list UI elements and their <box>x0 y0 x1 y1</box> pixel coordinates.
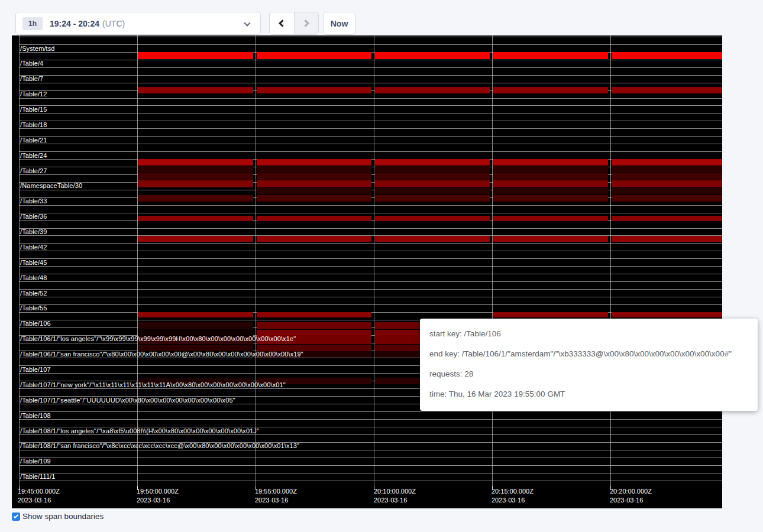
time-range-select[interactable]: 1h 19:24 - 20:24 (UTC) <box>15 12 261 35</box>
span-boundary-line <box>19 213 722 213</box>
hot-span-cell[interactable] <box>493 166 608 173</box>
hot-span-cell[interactable] <box>257 312 371 318</box>
span-boundary-line <box>19 251 722 251</box>
span-boundary-line <box>19 419 722 420</box>
hot-span-cell[interactable] <box>612 52 723 59</box>
hot-span-cell[interactable] <box>612 188 723 195</box>
span-boundary-line <box>19 128 722 129</box>
span-boundary-line <box>19 304 722 305</box>
hot-span-cell[interactable] <box>375 236 490 242</box>
hot-span-cell[interactable] <box>257 87 371 93</box>
hot-span-cell[interactable] <box>612 180 723 187</box>
tooltip-requests: requests: 28 <box>429 364 748 384</box>
hot-span-cell[interactable] <box>138 52 253 59</box>
hot-span-cell[interactable] <box>138 345 253 351</box>
span-key-label: /Table/4 <box>20 60 43 67</box>
hot-span-cell[interactable] <box>493 52 608 59</box>
hot-span-cell[interactable] <box>493 180 608 187</box>
hot-span-cell[interactable] <box>493 195 608 202</box>
hot-span-cell[interactable] <box>138 159 253 166</box>
hot-span-cell[interactable] <box>375 195 490 202</box>
now-button[interactable]: Now <box>323 12 355 35</box>
axis-time-label: 19:45:00.000Z2023-03-16 <box>18 487 60 505</box>
span-key-label: /System/tsd <box>20 45 55 52</box>
show-span-boundaries-checkbox[interactable] <box>12 512 20 521</box>
hot-span-cell[interactable] <box>493 312 608 318</box>
time-bucket-boundary-line <box>374 35 374 486</box>
hot-span-cell[interactable] <box>138 166 253 173</box>
hot-span-cell[interactable] <box>138 312 253 318</box>
hot-span-cell[interactable] <box>375 180 490 187</box>
chevron-down-icon <box>244 20 250 26</box>
key-visualizer-heatmap[interactable]: /System/tsd/Table/4/Table/7/Table/12/Tab… <box>12 35 722 508</box>
hot-span-cell[interactable] <box>257 173 371 180</box>
span-key-label: /Table/106/1/"los angeles"/"\x99\x99\x99… <box>20 335 296 342</box>
span-key-label: /Table/36 <box>20 213 47 220</box>
hot-span-cell[interactable] <box>493 87 608 93</box>
hot-span-cell[interactable] <box>138 180 253 187</box>
span-boundary-line <box>19 434 722 435</box>
chevron-right-icon <box>302 20 309 27</box>
axis-time-label: 19:50:00.000Z2023-03-16 <box>137 487 179 505</box>
hot-span-cell[interactable] <box>375 216 490 222</box>
hot-span-cell[interactable] <box>612 159 723 166</box>
hot-span-cell[interactable] <box>138 195 253 202</box>
axis-time-label: 20:10:00.000Z2023-03-16 <box>374 487 416 505</box>
hot-span-cell[interactable] <box>375 166 490 173</box>
key-visualizer-page: 1h 19:24 - 20:24 (UTC) Now /System/tsd/T… <box>0 0 763 532</box>
hot-span-cell[interactable] <box>493 216 608 222</box>
hot-span-cell[interactable] <box>138 236 253 242</box>
hot-span-cell[interactable] <box>257 195 371 202</box>
hot-span-cell[interactable] <box>257 52 371 59</box>
hot-span-cell[interactable] <box>138 87 253 93</box>
hot-span-cell[interactable] <box>612 312 723 318</box>
span-boundary-line <box>19 481 722 481</box>
duration-badge: 1h <box>22 17 43 30</box>
hot-span-cell[interactable] <box>375 173 490 180</box>
hot-span-cell[interactable] <box>257 216 371 222</box>
span-boundary-line <box>19 228 722 229</box>
span-key-label: /Table/108/1/"san francisco"/"\x8c\xcc\x… <box>20 442 299 449</box>
hot-span-cell[interactable] <box>257 345 371 351</box>
hot-span-cell[interactable] <box>612 195 723 202</box>
tooltip-time: time: Thu, 16 Mar 2023 19:55:00 GMT <box>429 384 748 404</box>
span-boundary-line <box>19 289 722 290</box>
hot-span-cell[interactable] <box>138 322 253 329</box>
hot-span-cell[interactable] <box>612 166 723 173</box>
span-boundary-line <box>19 60 722 60</box>
time-nav-group <box>269 12 319 35</box>
hot-span-cell[interactable] <box>138 173 253 180</box>
axis-time-label: 19:55:00.000Z2023-03-16 <box>255 487 297 505</box>
hot-span-cell[interactable] <box>612 216 723 222</box>
span-key-label: /Table/108 <box>20 412 51 419</box>
hot-span-cell[interactable] <box>257 188 371 195</box>
hot-span-cell[interactable] <box>138 216 253 222</box>
hot-span-cell[interactable] <box>493 173 608 180</box>
hot-span-cell[interactable] <box>375 52 490 59</box>
hot-span-cell[interactable] <box>257 180 371 187</box>
prev-interval-button[interactable] <box>270 12 294 34</box>
span-key-label: /Table/107/1/"seattle"/"UUUUUUD\x00\x80\… <box>20 397 235 404</box>
tooltip-start-key: start key: /Table/106 <box>429 324 748 344</box>
hot-span-cell[interactable] <box>493 159 608 166</box>
hot-span-cell[interactable] <box>257 322 371 329</box>
time-range-value: 19:24 - 20:24 <box>50 19 99 28</box>
span-key-label: /Table/27 <box>20 167 47 174</box>
hot-span-cell[interactable] <box>493 236 608 242</box>
tooltip-end-key: end key: /Table/106/1/"amsterdam"/"\xb33… <box>429 344 748 364</box>
span-key-label: /Table/12 <box>20 90 47 98</box>
span-boundary-line <box>19 281 722 282</box>
hot-span-cell[interactable] <box>375 87 490 93</box>
hot-span-cell[interactable] <box>257 236 371 242</box>
hot-span-cell[interactable] <box>257 159 371 166</box>
hot-span-cell[interactable] <box>493 188 608 195</box>
span-boundary-line <box>19 465 722 466</box>
hot-span-cell[interactable] <box>612 173 723 180</box>
next-interval-button-disabled[interactable] <box>294 12 319 34</box>
hot-span-cell[interactable] <box>257 166 371 173</box>
hot-span-cell[interactable] <box>612 236 723 242</box>
hot-span-cell[interactable] <box>375 188 490 195</box>
hot-span-cell[interactable] <box>375 159 490 166</box>
hot-span-cell[interactable] <box>612 87 723 93</box>
time-bucket-boundary-line <box>492 35 493 486</box>
